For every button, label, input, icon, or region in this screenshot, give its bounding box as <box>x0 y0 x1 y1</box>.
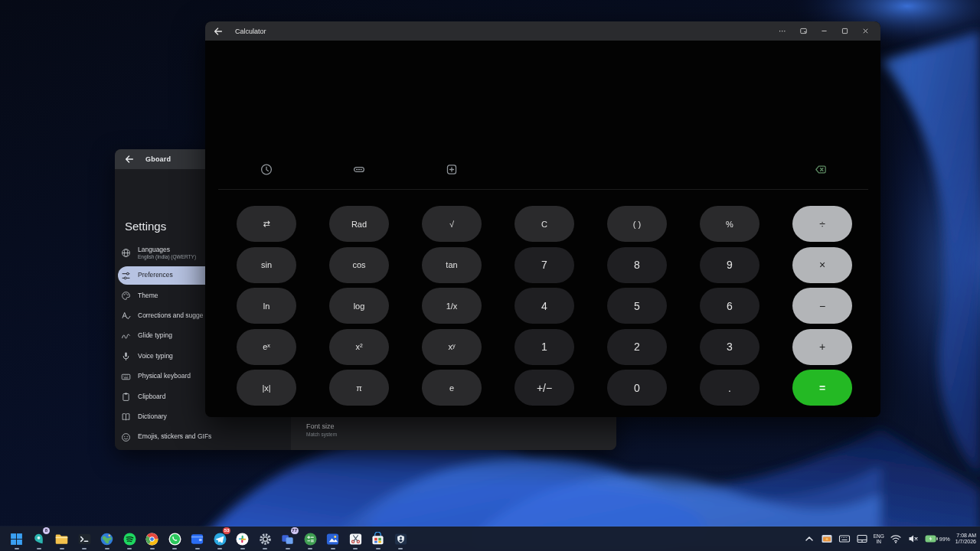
battery-indicator[interactable]: 99% <box>925 535 950 543</box>
keyboard-icon[interactable] <box>353 163 366 176</box>
multiply-button[interactable]: × <box>792 247 852 283</box>
sine-button[interactable]: sin <box>237 247 296 283</box>
percent-button[interactable]: % <box>700 206 760 242</box>
touchpad-icon[interactable] <box>856 533 868 545</box>
slack-icon <box>235 532 250 546</box>
more-options-icon[interactable]: ⋯ <box>775 24 790 38</box>
taskbar-app-snipping-tool[interactable] <box>345 527 368 550</box>
taskbar-app-calculator-green[interactable] <box>299 527 322 550</box>
taskbar-app-spotify[interactable] <box>119 527 142 550</box>
reciprocal-button[interactable]: 1/x <box>422 288 482 324</box>
sidebar-item-emojis-stickers-and-gifs[interactable]: Emojis, stickers and GIFs <box>115 427 291 447</box>
picture-in-picture-icon[interactable] <box>795 24 811 38</box>
taskbar-app-earth[interactable] <box>96 527 119 550</box>
calculator-keypad: ⇄Rad√C( )%÷sincostan789×lnlog1/x456−eˣx²… <box>237 206 852 406</box>
image-icon[interactable] <box>446 163 459 176</box>
taskbar-app-file-explorer[interactable] <box>51 527 74 550</box>
wifi-icon[interactable] <box>890 533 902 545</box>
digit-5-button[interactable]: 5 <box>607 288 667 324</box>
sidebar-item-label: Glide typing <box>138 332 172 340</box>
maps-badge: 8 <box>43 527 50 534</box>
taskbar-app-wallet[interactable] <box>186 527 209 550</box>
teams-badge: 77 <box>291 527 299 534</box>
window-controls: ⋯ <box>775 24 873 38</box>
plus-minus-button[interactable]: +/− <box>514 370 574 406</box>
taskbar-app-maps[interactable]: 8 <box>28 527 51 550</box>
digit-0-button[interactable]: 0 <box>607 370 667 406</box>
calculator-window: Calculator ⋯ <box>205 21 880 417</box>
divider <box>218 189 868 190</box>
tray-app-window-icon[interactable] <box>821 533 833 545</box>
digit-9-button[interactable]: 9 <box>700 247 760 283</box>
taskbar-app-teams[interactable]: 77 <box>276 527 299 550</box>
taskbar-clock[interactable]: 7:08 AM 1/7/2026 <box>956 533 976 546</box>
digit-3-button[interactable]: 3 <box>700 329 760 365</box>
settings-heading: Settings <box>125 220 166 233</box>
taskbar-app-chrome[interactable] <box>141 527 164 550</box>
tune-icon <box>121 271 131 281</box>
sidebar-item-sublabel: English (India) (QWERTY) <box>138 254 196 259</box>
swap-button[interactable]: ⇄ <box>237 206 296 242</box>
taskbar-app-terminal[interactable] <box>74 527 96 550</box>
history-icon[interactable] <box>260 163 273 176</box>
parentheses-button[interactable]: ( ) <box>607 206 667 242</box>
digit-2-button[interactable]: 2 <box>607 329 667 365</box>
language-indicator[interactable]: ENG IN <box>874 533 884 545</box>
decimal-point-button[interactable]: . <box>700 370 760 406</box>
taskbar-app-microsoft-store[interactable] <box>367 527 390 550</box>
font-size-setting[interactable]: Font size Match system <box>306 422 337 438</box>
taskbar-app-telegram[interactable]: 53 <box>209 527 232 550</box>
digit-1-button[interactable]: 1 <box>514 329 574 365</box>
taskbar-app-slack[interactable] <box>231 527 254 550</box>
add-button[interactable]: + <box>792 329 852 365</box>
absolute-value-button[interactable]: |x| <box>237 370 296 406</box>
whatsapp-icon <box>168 532 182 546</box>
palette-icon <box>121 291 131 301</box>
close-icon[interactable] <box>858 24 873 38</box>
taskbar-app-security-shield[interactable] <box>390 527 413 550</box>
book-icon <box>121 412 131 422</box>
sidebar-item-text: Voice typing <box>138 353 173 360</box>
e-power-x-button[interactable]: eˣ <box>237 329 296 365</box>
clear-button[interactable]: C <box>514 206 574 242</box>
sidebar-item-text: Physical keyboard <box>138 373 191 380</box>
sidebar-item-text: Theme <box>138 292 158 300</box>
sidebar-item-label: Theme <box>138 292 158 300</box>
backspace-icon[interactable] <box>815 163 828 176</box>
digit-8-button[interactable]: 8 <box>607 247 667 283</box>
tangent-button[interactable]: tan <box>422 247 482 283</box>
cosine-button[interactable]: cos <box>329 247 389 283</box>
x-power-y-button[interactable]: xʸ <box>422 329 482 365</box>
back-icon[interactable] <box>213 26 224 37</box>
sidebar-item-share-gboard[interactable]: Share Gboard <box>115 448 291 450</box>
taskbar-app-settings[interactable] <box>254 527 277 550</box>
maximize-icon[interactable] <box>837 24 852 38</box>
hidden-icons-chevron-icon[interactable] <box>803 533 815 545</box>
taskbar-app-whatsapp[interactable] <box>164 527 187 550</box>
telegram-badge: 53 <box>223 527 230 534</box>
volume-muted-icon[interactable] <box>907 533 920 545</box>
chrome-icon <box>145 532 159 546</box>
globe-icon <box>121 248 131 258</box>
divide-button[interactable]: ÷ <box>792 206 852 242</box>
subtract-button[interactable]: − <box>792 288 852 324</box>
snipping-tool-icon <box>348 532 363 546</box>
back-icon[interactable] <box>124 154 135 165</box>
digit-4-button[interactable]: 4 <box>514 288 574 324</box>
digit-7-button[interactable]: 7 <box>514 247 574 283</box>
taskbar-app-photos[interactable] <box>322 527 345 550</box>
radians-button[interactable]: Rad <box>329 206 389 242</box>
mic-icon <box>121 351 131 361</box>
digit-6-button[interactable]: 6 <box>700 288 760 324</box>
x-squared-button[interactable]: x² <box>329 329 389 365</box>
taskbar-app-start[interactable] <box>5 527 28 550</box>
pi-button[interactable]: π <box>329 370 389 406</box>
minimize-icon[interactable] <box>816 24 831 38</box>
natural-log-button[interactable]: ln <box>237 288 296 324</box>
sidebar-item-text: Emojis, stickers and GIFs <box>138 433 211 441</box>
log-button[interactable]: log <box>329 288 389 324</box>
square-root-button[interactable]: √ <box>422 206 482 242</box>
touch-keyboard-icon[interactable] <box>838 533 851 545</box>
equals-button[interactable]: = <box>792 370 852 406</box>
eulers-number-button[interactable]: e <box>422 370 482 406</box>
